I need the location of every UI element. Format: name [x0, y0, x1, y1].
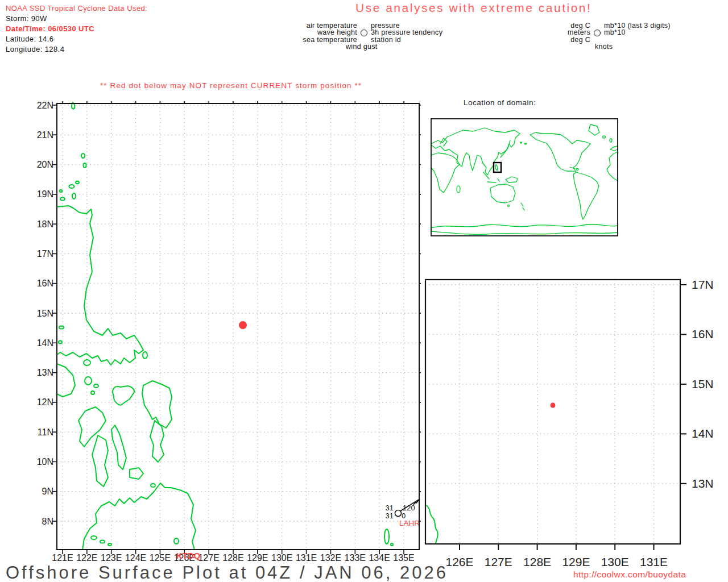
- x-tick-label: 123E: [101, 553, 122, 563]
- main-map: 121E122E123E124E125E126E127E128E129E130E…: [23, 101, 421, 575]
- y-tick-label: 17N: [37, 249, 53, 259]
- y-tick-label: 13N: [37, 368, 53, 377]
- station-circle-icon: [594, 30, 601, 36]
- zoom-inset-map: 126E127E128E129E130E131E17N16N15N14N13N: [424, 278, 728, 575]
- unit-meters: meters: [528, 29, 590, 36]
- philippines-coastline: [57, 102, 393, 550]
- zoom-inset-gridlines: [425, 280, 680, 544]
- samar-coast-fragment: [425, 505, 438, 543]
- y-tick-label: 16N: [692, 327, 714, 340]
- storm-id-line: Storm: 90W: [6, 14, 147, 24]
- station-plot-legend: air temperature pressure wave height 3h …: [296, 22, 442, 51]
- y-tick-label: 20N: [37, 160, 53, 169]
- station-id-label: LAHR7: [399, 519, 421, 527]
- world-location-inset: [430, 118, 619, 237]
- world-coastlines: [431, 124, 618, 234]
- x-tick-label: 132E: [320, 553, 341, 563]
- unit-knots: knots: [595, 43, 671, 50]
- storm-position-dot: [239, 321, 247, 329]
- y-tick-label: 8N: [42, 517, 53, 526]
- caution-banner: Use analyses with extreme caution!: [355, 1, 592, 15]
- x-tick-label: 124E: [125, 553, 146, 563]
- y-tick-label: 17N: [692, 278, 714, 291]
- station-circle-icon: [361, 30, 367, 36]
- world-inset-frame: [431, 119, 618, 236]
- y-tick-label: 10N: [37, 457, 53, 467]
- datetime-line: Date/Time: 06/0530 UTC: [6, 24, 147, 34]
- x-tick-label: 131E: [296, 553, 317, 563]
- x-tick-label: 127E: [485, 555, 512, 568]
- y-tick-label: 15N: [692, 377, 714, 390]
- y-tick-label: 9N: [42, 487, 53, 496]
- station-circle-icon: [395, 510, 402, 517]
- header-block: NOAA SSD Tropical Cyclone Data Used: Sto…: [6, 3, 147, 55]
- x-tick-label: 135E: [393, 553, 414, 563]
- y-tick-label: 11N: [38, 427, 53, 437]
- main-map-axis-labels: 121E122E123E124E125E126E127E128E129E130E…: [37, 101, 415, 563]
- main-map-ticks: [52, 101, 421, 554]
- y-tick-label: 22N: [37, 101, 53, 110]
- x-tick-label: 133E: [345, 553, 366, 563]
- x-tick-label: 125E: [150, 553, 171, 563]
- y-tick-label: 16N: [37, 278, 53, 288]
- y-tick-label: 14N: [692, 427, 714, 440]
- legend-wind-gust: wind gust: [346, 43, 442, 50]
- storm-position-dot: [551, 403, 556, 408]
- legend-wave-height: wave height: [296, 29, 357, 36]
- x-tick-label: 129E: [247, 553, 268, 563]
- y-tick-label: 21N: [37, 130, 53, 140]
- station-pressure: 120: [403, 504, 415, 512]
- longitude-line: Longitude: 128.4: [6, 44, 147, 55]
- x-tick-label: 121E: [52, 553, 73, 563]
- x-tick-label: 134E: [369, 553, 390, 563]
- data-source-line: NOAA SSD Tropical Cyclone Data Used:: [6, 3, 147, 14]
- y-tick-label: 19N: [37, 189, 53, 199]
- plot-title: Offshore Surface Plot at 04Z / JAN 06, 2…: [6, 563, 448, 582]
- station-air-temp: 31: [386, 504, 394, 512]
- main-map-gridlines: [57, 103, 419, 550]
- unit-tendency: mb*10: [604, 29, 626, 36]
- overlapping-station-id: KTDQ: [176, 551, 201, 560]
- y-tick-label: 14N: [37, 338, 53, 348]
- zoom-inset-ticks: [460, 285, 686, 550]
- y-tick-label: 18N: [37, 219, 53, 229]
- world-inset-title: Location of domain:: [464, 98, 536, 107]
- x-tick-label: 130E: [271, 553, 292, 563]
- x-tick-label: 126E: [445, 555, 473, 568]
- legend-pressure-tendency: 3h pressure tendency: [371, 29, 442, 36]
- x-tick-label: 130E: [601, 555, 629, 568]
- x-tick-label: 127E: [198, 553, 219, 563]
- y-tick-label: 13N: [692, 477, 714, 490]
- station-plot-units: deg C mb*10 (last 3 digits) meters mb*10…: [528, 22, 671, 51]
- x-tick-label: 128E: [523, 555, 551, 568]
- y-tick-label: 15N: [37, 309, 53, 318]
- station-plot-lahr7: 31311200LAHR7: [386, 499, 421, 527]
- latitude-line: Latitude: 14.6: [6, 34, 147, 44]
- x-tick-label: 122E: [76, 553, 97, 563]
- unit-deg-c-sea: deg C: [528, 36, 590, 43]
- zoom-inset-frame: [425, 280, 680, 544]
- station-sea-temp: 31: [386, 512, 394, 520]
- x-tick-label: 128E: [222, 553, 243, 563]
- source-url-link[interactable]: http://coolwx.com/buoydata: [573, 569, 686, 580]
- storm-position-warning: ** Red dot below may NOT represent CURRE…: [100, 81, 362, 90]
- x-tick-label: 131E: [640, 555, 668, 568]
- y-tick-label: 12N: [37, 397, 53, 407]
- x-tick-label: 129E: [562, 555, 590, 568]
- zoom-inset-axis-labels: 126E127E128E129E130E131E17N16N15N14N13N: [445, 278, 713, 568]
